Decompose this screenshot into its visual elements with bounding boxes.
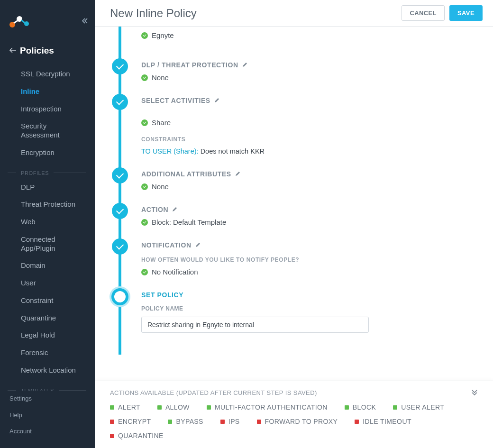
sidebar-item-settings[interactable]: Settings [0,391,95,407]
sidebar-item-connected-app[interactable]: Connected App/Plugin [0,231,95,257]
status-square-icon [110,434,114,438]
step-set-policy: SET POLICY POLICY NAME [119,288,478,345]
sidebar-item-domain[interactable]: Domain [0,257,95,274]
constraint-value: Does not match KKR [199,147,265,155]
action-chip-label: BYPASS [176,418,203,425]
constraint-link[interactable]: TO USER (Share): [141,147,199,155]
sidebar-item-web[interactable]: Web [0,213,95,231]
action-chip-label: IPS [228,418,240,425]
sidebar-item-quarantine[interactable]: Quarantine [0,310,95,327]
edit-icon[interactable] [172,206,178,213]
sidebar-item-user[interactable]: User [0,274,95,292]
check-node-icon [112,238,128,255]
step-cloud-app: Egnyte [119,27,478,58]
sidebar-item-help[interactable]: Help [0,407,95,423]
check-node-icon [112,94,128,110]
edit-icon[interactable] [214,97,220,104]
action-chip: IPS [220,418,240,425]
policy-name-label: POLICY NAME [141,305,478,312]
status-square-icon [207,405,211,410]
step-action-title: ACTION [141,206,168,213]
check-icon [141,119,148,126]
section-profiles-label: PROFILES [21,170,49,176]
action-chip: BYPASS [168,418,203,425]
sidebar-item-encryption[interactable]: Encryption [0,144,95,162]
actions-available-title: ACTIONS AVAILABLE (UPDATED AFTER CURRENT… [110,389,317,396]
policy-name-input[interactable] [141,317,369,333]
section-profiles: PROFILES [0,162,95,179]
notification-prompt: HOW OFTEN WOULD YOU LIKE TO NOTIFY PEOPL… [141,256,478,263]
attributes-value: None [152,183,169,191]
sidebar-item-constraint[interactable]: Constraint [0,292,95,310]
edit-icon[interactable] [195,242,201,249]
step-notification: NOTIFICATION HOW OFTEN WOULD YOU LIKE TO… [119,238,478,288]
constraint-line: TO USER (Share): Does not match KKR [141,147,478,155]
status-square-icon [220,420,225,424]
save-button[interactable]: SAVE [449,5,483,21]
step-attributes-title: ADDITIONAL ATTRIBUTES [141,170,231,178]
step-attributes: ADDITIONAL ATTRIBUTES None [119,167,478,203]
content: Egnyte DLP / THREAT PROTECTION [95,27,493,381]
sidebar-item-account[interactable]: Account [0,423,95,439]
check-icon [141,74,148,81]
sidebar: Policies SSL Decryption Inline Introspec… [0,0,95,448]
action-chip-label: IDLE TIMEOUT [363,418,411,425]
cancel-button[interactable]: CANCEL [402,5,445,21]
action-chip-label: FORWARD TO PROXY [265,418,338,425]
edit-icon[interactable] [242,62,248,69]
step-action: ACTION Block: Default Template [119,203,478,238]
status-square-icon [110,420,114,424]
actions-available-panel: ACTIONS AVAILABLE (UPDATED AFTER CURRENT… [95,381,493,448]
sidebar-item-ssl[interactable]: SSL Decryption [0,65,95,83]
action-chip-label: ENCRYPT [118,418,151,425]
action-chip-label: ALERT [118,403,140,411]
notification-value: No Notification [152,268,198,276]
sidebar-item-forensic[interactable]: Forensic [0,344,95,362]
sidebar-nav: SSL Decryption Inline Introspection Secu… [0,61,95,391]
step-set-policy-title: SET POLICY [141,291,183,299]
action-chip: BLOCK [345,403,376,411]
main: New Inline Policy CANCEL SAVE Egnyte [95,0,493,448]
sidebar-item-legal-hold[interactable]: Legal Hold [0,327,95,344]
collapse-sidebar-icon[interactable] [82,18,88,26]
section-templates-label: TEMPLATES [21,388,54,391]
status-square-icon [393,405,397,410]
check-icon [141,183,148,190]
check-icon [141,32,148,39]
activities-value: Share [152,119,171,127]
step-notification-title: NOTIFICATION [141,241,192,249]
status-square-icon [257,420,261,424]
sidebar-item-security-assessment[interactable]: Security Assessment [0,118,95,144]
section-templates: TEMPLATES [0,379,95,391]
sidebar-title: Policies [20,46,54,56]
dlp-value: None [152,73,169,82]
status-square-icon [168,420,172,424]
status-square-icon [110,405,114,410]
status-square-icon [345,405,349,410]
action-chip: ENCRYPT [110,418,151,425]
step-activities: SELECT ACTIVITIES Share CONSTRAINTS TO U… [119,94,478,167]
check-node-icon [112,167,128,183]
action-chip-label: ALLOW [165,403,190,411]
check-node-icon [112,203,128,219]
check-icon [141,269,148,275]
action-chip: QUARANTINE [110,432,164,439]
status-square-icon [157,405,162,410]
back-arrow-icon[interactable] [9,46,16,55]
action-chip: ALLOW [157,403,190,411]
step-activities-title: SELECT ACTIVITIES [141,97,210,104]
action-chip-label: USER ALERT [401,403,444,411]
sidebar-heading[interactable]: Policies [0,33,95,61]
sidebar-item-dlp[interactable]: DLP [0,179,95,196]
action-chip: IDLE TIMEOUT [355,418,411,425]
check-icon [141,219,148,226]
action-chip: USER ALERT [393,403,444,411]
collapse-panel-icon[interactable] [471,389,478,397]
sidebar-item-threat-protection[interactable]: Threat Protection [0,196,95,213]
cloud-app-value: Egnyte [152,31,174,39]
topbar: New Inline Policy CANCEL SAVE [95,0,493,27]
sidebar-item-inline[interactable]: Inline [0,83,95,101]
edit-icon[interactable] [235,171,241,178]
sidebar-item-introspection[interactable]: Introspection [0,101,95,118]
sidebar-item-network-location[interactable]: Network Location [0,362,95,379]
